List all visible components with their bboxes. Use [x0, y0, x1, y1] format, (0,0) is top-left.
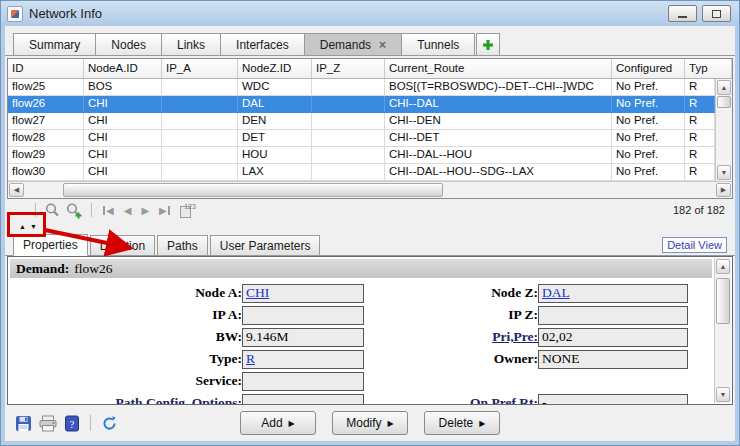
- cell: CHI: [84, 147, 162, 163]
- cell: [312, 147, 385, 163]
- app-icon: [7, 6, 23, 22]
- collapse-down-icon[interactable]: ▼: [30, 223, 41, 230]
- detail-view-link[interactable]: Detail View: [662, 237, 727, 253]
- refresh-button[interactable]: [101, 415, 118, 432]
- previous-arrow-icon: ◀: [124, 205, 132, 216]
- column-header-ipz[interactable]: IP_Z: [312, 59, 385, 78]
- field-label-pri-pre[interactable]: Pri,Pre:: [492, 329, 538, 345]
- scroll-up-icon[interactable]: ▲: [717, 80, 731, 95]
- save-button[interactable]: [15, 415, 32, 432]
- column-header-type[interactable]: Typ: [685, 59, 732, 78]
- field-label-ip-a: IP A:: [212, 307, 242, 323]
- search-add-button[interactable]: [65, 202, 83, 219]
- next-arrow-icon: ▶: [141, 205, 149, 216]
- tab-paths[interactable]: Paths: [157, 235, 208, 255]
- tab-label: Paths: [167, 239, 198, 253]
- save-icon: [15, 415, 32, 432]
- table-row[interactable]: flow25BOSWDCBOS[(T=RBOSWDC)--DET--CHI--]…: [8, 79, 715, 96]
- cell: R: [685, 164, 715, 180]
- tab-demands[interactable]: Demands ×: [304, 33, 402, 55]
- field-label-path-config-options[interactable]: Path Config. Options:: [116, 395, 242, 405]
- add-tab-button[interactable]: [476, 33, 500, 55]
- scrollbar-thumb[interactable]: [716, 278, 730, 324]
- cell: [162, 130, 238, 146]
- help-button[interactable]: ?: [64, 415, 80, 432]
- column-header-configured[interactable]: Configured: [612, 59, 685, 78]
- cell: No Pref.: [612, 147, 685, 163]
- column-header-id[interactable]: ID: [8, 59, 84, 78]
- scroll-right-icon[interactable]: ▶: [716, 183, 731, 197]
- toolbar-separator: [35, 203, 36, 217]
- tab-tunnels[interactable]: Tunnels: [401, 33, 475, 55]
- tab-summary[interactable]: Summary: [13, 33, 96, 55]
- table-horizontal-scrollbar[interactable]: ◀ ▶: [8, 181, 732, 198]
- cell: [312, 113, 385, 129]
- add-button[interactable]: Add▶: [240, 411, 316, 435]
- table-row[interactable]: flow27CHIDENCHI--DENNo Pref.R: [8, 113, 715, 130]
- search-button[interactable]: [44, 202, 61, 218]
- cell: CHI: [84, 113, 162, 129]
- previous-record-button[interactable]: ◀: [121, 205, 135, 216]
- scroll-up-icon[interactable]: ▲: [716, 259, 730, 274]
- maximize-button[interactable]: [702, 5, 731, 22]
- tab-links[interactable]: Links: [161, 33, 221, 55]
- node-a-link[interactable]: CHI: [246, 285, 269, 301]
- type-link[interactable]: R: [246, 351, 255, 367]
- collapse-up-icon[interactable]: ▲: [19, 223, 30, 230]
- minimize-button[interactable]: [668, 5, 697, 22]
- table-toolbar: ◀ ◀ ▶ ▶ 123 182 of 182: [5, 199, 735, 221]
- field-label-on-pref-rt[interactable]: On Pref Rt:: [470, 395, 538, 405]
- tab-user-parameters[interactable]: User Parameters: [210, 235, 321, 255]
- close-tab-icon[interactable]: ×: [379, 40, 386, 50]
- tab-location[interactable]: Location: [90, 235, 155, 255]
- maximize-icon: [712, 10, 721, 18]
- node-z-link[interactable]: DAL: [542, 285, 570, 301]
- field-label-ip-z: IP Z:: [508, 307, 538, 323]
- next-record-button[interactable]: ▶: [138, 205, 152, 216]
- table-row[interactable]: flow30CHILAXCHI--DAL--HOU--SDG--LAXNo Pr…: [8, 164, 715, 181]
- cell: flow30: [8, 164, 84, 180]
- table-vertical-scrollbar[interactable]: ▲ ▼: [715, 79, 732, 181]
- demand-header: Demand: flow26: [10, 259, 712, 278]
- goto-record-button[interactable]: 123: [180, 203, 196, 218]
- cell: BOS: [84, 79, 162, 95]
- scroll-left-icon[interactable]: ◀: [9, 183, 24, 197]
- tab-nodes[interactable]: Nodes: [95, 33, 162, 55]
- detail-vertical-scrollbar[interactable]: ▲ ▼: [714, 258, 731, 403]
- scrollbar-thumb[interactable]: [717, 96, 731, 108]
- splitter-control[interactable]: ▲▼: [19, 223, 41, 230]
- last-record-button[interactable]: ▶: [156, 205, 173, 216]
- column-header-nodez[interactable]: NodeZ.ID: [238, 59, 312, 78]
- title-bar: Network Info: [1, 1, 739, 26]
- column-header-ipa[interactable]: IP_A: [162, 59, 238, 78]
- print-button[interactable]: [39, 415, 57, 432]
- cell: DAL: [238, 96, 312, 112]
- cell: CHI--DAL: [385, 96, 612, 112]
- tab-label: Interfaces: [236, 38, 289, 52]
- scroll-down-icon[interactable]: ▼: [716, 387, 730, 402]
- tab-interfaces[interactable]: Interfaces: [220, 33, 305, 55]
- table-row[interactable]: flow29CHIHOUCHI--DAL--HOUNo Pref.R: [8, 147, 715, 164]
- search-add-icon: [65, 202, 83, 219]
- first-bar-icon: [103, 206, 105, 215]
- scrollbar-thumb[interactable]: [63, 183, 443, 197]
- scroll-down-icon[interactable]: ▼: [717, 165, 731, 180]
- column-header-nodea[interactable]: NodeA.ID: [84, 59, 162, 78]
- table-rows: flow25BOSWDCBOS[(T=RBOSWDC)--DET--CHI--]…: [8, 79, 715, 181]
- cell: CHI--DEN: [385, 113, 612, 129]
- tab-properties[interactable]: Properties: [13, 234, 88, 256]
- table-row-selected[interactable]: flow26CHIDALCHI--DALNo Pref.R: [8, 96, 715, 113]
- tab-label: Properties: [23, 238, 78, 252]
- field-label-type: Type:: [209, 351, 242, 367]
- cell: [162, 164, 238, 180]
- cell: HOU: [238, 147, 312, 163]
- column-header-route[interactable]: Current_Route: [385, 59, 612, 78]
- plus-icon: [482, 39, 494, 51]
- modify-button[interactable]: Modify▶: [332, 411, 408, 435]
- cell: [312, 130, 385, 146]
- field-owner: NONE: [538, 350, 688, 369]
- first-record-button[interactable]: ◀: [100, 205, 117, 216]
- cell: [312, 164, 385, 180]
- delete-button[interactable]: Delete▶: [424, 411, 500, 435]
- table-row[interactable]: flow28CHIDETCHI--DETNo Pref.R: [8, 130, 715, 147]
